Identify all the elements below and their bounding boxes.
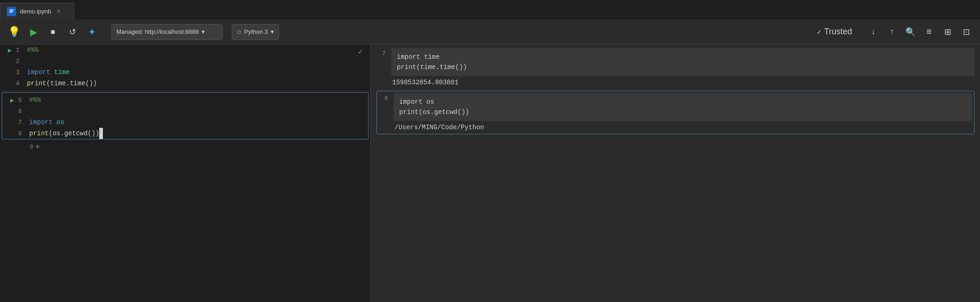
kernel-circle-icon: ○ <box>237 28 242 36</box>
line-7-num: 7 <box>2 117 25 128</box>
output-cell-8: 8 import osprint(os.getcwd()) /Users/MIN… <box>376 91 974 134</box>
cell-2-code[interactable]: #%% import os print(os.getcwd()) <box>25 94 368 139</box>
line-2-num: 2 <box>0 56 23 67</box>
code-line-1: #%% <box>27 44 367 56</box>
server-dropdown-icon: ▾ <box>202 28 205 35</box>
run-cell-2-icon[interactable]: ▶ <box>8 96 16 104</box>
code-line-6 <box>29 106 364 117</box>
tab-close-button[interactable]: × <box>57 8 60 15</box>
code-line-7: import os <box>29 117 364 128</box>
tab-demo-ipynb[interactable]: IP demo.ipynb × <box>0 3 74 19</box>
code-line-8[interactable]: print(os.getcwd()) <box>29 128 364 139</box>
output-cell-7-result: 1598532854.803801 <box>391 76 974 87</box>
restart-button[interactable]: ↺ <box>64 24 81 40</box>
trusted-label: Trusted <box>824 27 852 37</box>
editor-panel[interactable]: ▶ 1 2 3 4 #%% import time print(time.tim… <box>0 44 371 302</box>
cell-1-inner: ▶ 1 2 3 4 #%% import time print(time.tim… <box>0 44 370 89</box>
tab-title: demo.ipynb <box>20 8 51 15</box>
trusted-checkmark: ✓ <box>817 27 821 37</box>
line-8-num: 8 <box>2 128 25 139</box>
download-toolbar-button[interactable]: ↓ <box>865 24 882 40</box>
menu-toolbar-button[interactable]: ≡ <box>921 24 937 40</box>
line-9-num: 9 <box>30 144 33 151</box>
cell-1-code[interactable]: #%% import time print(time.time()) <box>23 44 370 89</box>
output-cell-7-num: 7 <box>376 48 386 87</box>
kernel-label: Python 3 <box>244 28 268 35</box>
tab-bar: IP demo.ipynb × <box>0 0 980 19</box>
server-selector[interactable]: Managed: http://localhost:8888 ▾ <box>111 24 223 40</box>
tab-icon: IP <box>7 7 16 16</box>
toolbar-right-buttons: ↓ ↑ 🔍 ≡ ⊞ ⊡ <box>865 24 974 40</box>
run-cell-1-icon[interactable]: ▶ <box>6 46 14 54</box>
line-6-num: 6 <box>2 106 25 117</box>
search-toolbar-button[interactable]: 🔍 <box>902 24 919 40</box>
window-toolbar-button[interactable]: ⊡ <box>958 24 974 40</box>
copilot-button[interactable]: ✦ <box>83 24 100 40</box>
trusted-area: ✓ Trusted <box>817 27 852 37</box>
cell-2-inner: ▶ 5 6 7 8 #%% import os print(os.getcwd(… <box>2 94 368 139</box>
line-4-num: 4 <box>0 78 23 89</box>
output-cell-8-code: import osprint(os.getcwd()) <box>394 93 972 121</box>
toolbar: 💡 ▶ ■ ↺ ✦ Managed: http://localhost:8888… <box>0 19 980 44</box>
lightbulb-button[interactable]: 💡 <box>6 24 22 40</box>
output-cell-8-content: import osprint(os.getcwd()) /Users/MING/… <box>394 93 972 132</box>
stop-button[interactable]: ■ <box>45 24 61 40</box>
main-area: ▶ 1 2 3 4 #%% import time print(time.tim… <box>0 44 980 302</box>
code-line-2 <box>27 56 367 67</box>
code-line-3: import time <box>27 67 367 78</box>
line-numbers-col-2: ▶ 5 6 7 8 <box>2 94 25 139</box>
output-cell-7-content: import timeprint(time.time()) 1598532854… <box>391 48 974 87</box>
cell-2[interactable]: ▶ 5 6 7 8 #%% import os print(os.getcwd(… <box>2 92 369 139</box>
add-cell-row: 9 + <box>0 140 370 153</box>
code-line-5: #%% <box>29 94 364 106</box>
cell-1[interactable]: ▶ 1 2 3 4 #%% import time print(time.tim… <box>0 44 370 91</box>
line-3-num: 3 <box>0 67 23 78</box>
code-line-4: print(time.time()) <box>27 78 367 89</box>
line-numbers-col-1: ▶ 1 2 3 4 <box>0 44 23 89</box>
kernel-selector[interactable]: ○ Python 3 ▾ <box>232 24 279 40</box>
cell-1-checkmark: ✓ <box>358 46 363 57</box>
grid-toolbar-button[interactable]: ⊞ <box>939 24 956 40</box>
server-label: Managed: http://localhost:8888 <box>116 28 199 35</box>
run-button[interactable]: ▶ <box>25 24 42 40</box>
output-cell-8-result: /Users/MING/Code/Python <box>394 121 972 132</box>
output-cell-7-code: import timeprint(time.time()) <box>391 48 974 76</box>
output-panel: 7 import timeprint(time.time()) 15985328… <box>371 44 980 302</box>
line-5-num: ▶ 5 <box>2 94 25 106</box>
output-cell-8-num: 8 <box>379 93 388 132</box>
kernel-dropdown-icon: ▾ <box>271 28 274 35</box>
upload-toolbar-button[interactable]: ↑ <box>884 24 900 40</box>
output-cell-7: 7 import timeprint(time.time()) 15985328… <box>376 48 974 87</box>
add-cell-button[interactable]: + <box>35 142 40 152</box>
line-1-num: ▶ 1 <box>0 44 23 56</box>
